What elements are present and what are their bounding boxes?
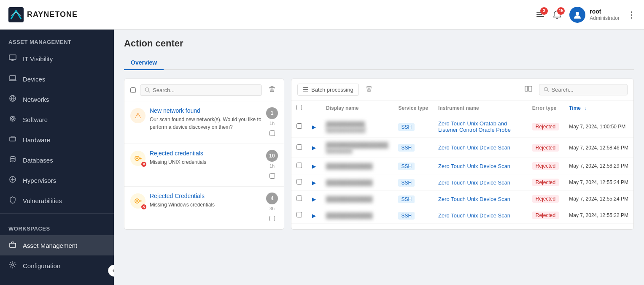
columns-toggle-button[interactable] [522, 83, 535, 96]
tab-overview[interactable]: Overview [124, 56, 164, 70]
batch-processing-label: Batch processing [311, 87, 353, 93]
alert-time-rejected-creds2: 3h [269, 206, 275, 211]
row-checkbox-1[interactable] [296, 144, 302, 150]
main-content: Action center Overview [114, 30, 644, 285]
alert-count-new-network: 1 [266, 107, 278, 119]
right-search-box[interactable] [539, 84, 628, 95]
display-name-2: ████████████ [326, 163, 388, 169]
hardware-icon [8, 135, 17, 144]
alert-body-rejected-creds: Rejected credentials Missing UNIX creden… [150, 150, 262, 166]
svg-rect-24 [528, 86, 532, 91]
alert-checkbox-rejected-creds2[interactable] [269, 216, 275, 221]
sidebar-item-databases[interactable]: Databases [0, 150, 114, 170]
alert-count-rejected-creds: 10 [266, 150, 278, 162]
alert-checkbox-rejected-creds[interactable] [269, 173, 275, 179]
key2-icon [134, 197, 142, 205]
left-panel-toolbar [124, 79, 284, 101]
time-1: May 7, 2024, 12:58:46 PM [564, 138, 633, 158]
instrument-name-4: Zero Touch Unix Device Scan [433, 191, 527, 207]
sidebar-item-it-visibility[interactable]: IT Visibility [0, 49, 114, 69]
svg-rect-0 [8, 7, 24, 22]
alert-new-network[interactable]: ⚠ New network found Our scan found new n… [124, 101, 284, 144]
sidebar-label-hardware: Hardware [23, 136, 50, 144]
table-select-all[interactable] [296, 105, 302, 110]
batch-processing-button[interactable]: Batch processing [297, 84, 359, 96]
row-checkbox-5[interactable] [296, 212, 302, 217]
sidebar-item-networks[interactable]: Networks [0, 89, 114, 109]
select-all-checkbox-wrap[interactable] [130, 87, 136, 93]
sidebar-label-software: Software [23, 116, 48, 123]
more-icon: ⋮ [627, 10, 636, 20]
user-menu[interactable]: root Administrator [569, 7, 620, 23]
error-type-5: Rejected [532, 212, 559, 219]
alert-key2-icon-wrap: ✕ [130, 193, 146, 209]
display-name-3: ████████████ [326, 179, 388, 186]
alert-title-new-network: New network found [150, 107, 262, 114]
right-panel-toolbar: Batch processing [291, 79, 633, 100]
user-role: Administrator [590, 15, 620, 22]
error-type-1: Rejected [532, 144, 559, 152]
th-instrument-name: Instrument name [433, 100, 527, 116]
error-type-2: Rejected [532, 162, 559, 170]
right-panel: Batch processing [291, 79, 634, 230]
menu-toggle-button[interactable]: 3 [536, 10, 545, 19]
svg-point-11 [10, 157, 15, 159]
sidebar-item-configuration[interactable]: Configuration [0, 255, 114, 276]
alert-desc-rejected-creds: Missing UNIX credentials [150, 158, 262, 166]
sidebar-section-main: Asset Management [0, 30, 114, 49]
svg-point-9 [12, 118, 14, 120]
sidebar-label-asset-management: Asset Management [23, 242, 77, 249]
expand-btn-4[interactable]: ▶ [312, 196, 316, 202]
alert-meta-rejected-creds2: 4 3h [266, 193, 278, 223]
alert-meta-rejected-creds: 10 1h [266, 150, 278, 180]
instrument-name-2: Zero Touch Unix Device Scan [433, 158, 527, 174]
row-checkbox-0[interactable] [296, 123, 302, 129]
alert-title-rejected-creds2: Rejected Credentials [150, 193, 262, 199]
alert-rejected-credentials[interactable]: ✕ Rejected credentials Missing UNIX cred… [124, 144, 284, 187]
time-0: May 7, 2024, 1:00:50 PM [564, 116, 633, 138]
expand-btn-3[interactable]: ▶ [312, 180, 316, 186]
svg-rect-3 [536, 16, 544, 17]
left-search-input[interactable] [153, 87, 257, 93]
sidebar-item-vulnerabilities[interactable]: Vulnerabilities [0, 190, 114, 211]
alert-rejected-credentials-2[interactable]: ✕ Rejected Credentials Missing Windows c… [124, 187, 284, 229]
delete-button-right[interactable] [363, 84, 375, 95]
th-time[interactable]: Time ↓ [564, 100, 633, 116]
expand-btn-5[interactable]: ▶ [312, 213, 316, 219]
row-checkbox-4[interactable] [296, 195, 302, 201]
columns-icon [525, 85, 532, 92]
sidebar-item-asset-management[interactable]: Asset Management [0, 235, 114, 255]
sidebar-label-it-visibility: IT Visibility [23, 55, 53, 62]
more-options-button[interactable]: ⋮ [627, 10, 636, 20]
sidebar-item-software[interactable]: Software [0, 109, 114, 130]
sidebar-item-hardware[interactable]: Hardware [0, 130, 114, 150]
sidebar: Asset Management IT Visibility Devices N… [0, 30, 114, 285]
logo-icon [8, 7, 24, 22]
row-checkbox-2[interactable] [296, 163, 302, 168]
expand-btn-1[interactable]: ▶ [312, 145, 316, 151]
left-search-box[interactable] [140, 84, 262, 96]
sidebar-label-networks: Networks [23, 96, 49, 103]
expand-btn-0[interactable]: ▶ [312, 124, 316, 130]
warning-icon: ⚠ [135, 111, 141, 120]
user-info: root Administrator [590, 8, 620, 22]
notifications-button[interactable]: 15 [552, 10, 562, 19]
select-all-checkbox[interactable] [130, 87, 136, 93]
logo-area: RAYNETONE [8, 7, 536, 22]
error-type-4: Rejected [532, 195, 559, 203]
alert-warning-icon-wrap: ⚠ [130, 108, 146, 123]
row-checkbox-3[interactable] [296, 179, 302, 185]
briefcase-icon [8, 241, 17, 250]
menu-badge: 3 [540, 7, 548, 15]
right-search-input[interactable] [552, 87, 623, 93]
network-icon [8, 95, 17, 104]
expand-btn-2[interactable]: ▶ [312, 163, 316, 169]
sidebar-label-configuration: Configuration [23, 262, 60, 269]
key-error-badge: ✕ [141, 162, 146, 167]
sidebar-item-hypervisors[interactable]: Hypervisors [0, 170, 114, 190]
delete-button-left[interactable] [266, 84, 278, 96]
key2-error-badge: ✕ [141, 204, 146, 209]
alert-checkbox-new-network[interactable] [269, 130, 275, 136]
table-row: ▶ ████████████ SSH Zero Touch Unix Devic… [291, 174, 633, 191]
sidebar-item-devices[interactable]: Devices [0, 69, 114, 89]
